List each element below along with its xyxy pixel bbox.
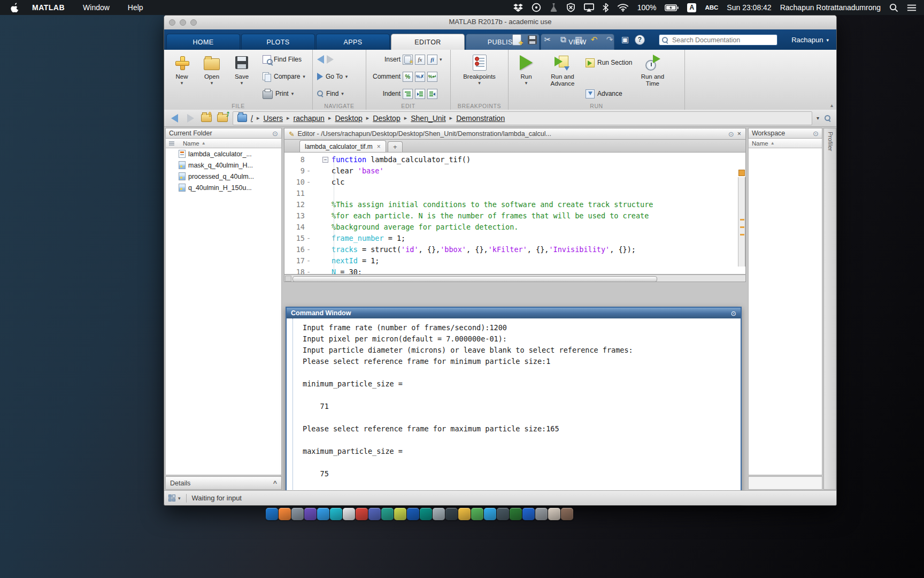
wrap-comments-icon[interactable]: %↵ [427,72,437,82]
dock-app-19-icon[interactable] [497,508,509,520]
dock-app-9-icon[interactable] [368,508,381,520]
cut-icon[interactable]: ✂ [542,34,553,45]
code-line[interactable]: 16-tracks = struct('id', {},'bbox', {},'… [284,244,738,255]
notification-center-icon[interactable] [907,2,917,13]
tab-editor[interactable]: EDITOR [391,34,465,50]
workspace-column-header[interactable]: Name ▲ [748,139,822,148]
run-section-button[interactable]: Run Section [586,57,632,68]
file-row[interactable]: q_40ulmin_H_150u... [166,182,281,193]
file-row[interactable]: processed_q_40ulm... [166,171,281,182]
path-dropdown-icon[interactable]: ▾ [817,115,819,121]
documentation-search[interactable] [659,34,777,45]
input-abc-label[interactable]: ABC [705,4,718,11]
bluetooth-icon[interactable] [603,2,609,13]
ribbon-collapse-button[interactable]: ▴ [830,102,833,108]
menubar-username[interactable]: Rachapun Rotrattanadumrong [780,3,881,12]
breadcrumb-segment[interactable]: rachapun [294,114,325,123]
code-line[interactable]: 14%background average for particle detec… [284,222,738,233]
code-line[interactable]: 15-frame_number = 1; [284,233,738,244]
layout-grid-icon[interactable] [168,495,176,502]
find-button[interactable]: Find ▾ [317,88,348,99]
search-input[interactable] [671,36,774,44]
menubar-item-help[interactable]: Help [128,3,143,12]
dock-app-8-icon[interactable] [356,508,368,520]
dock-app-7-icon[interactable] [343,508,355,520]
collapse-up-icon[interactable]: ^ [273,480,277,487]
dock-app-16-icon[interactable] [458,508,471,520]
code-line[interactable]: 13%for each particle. N is the number of… [284,210,738,222]
command-window-titlebar[interactable]: Command Window ⊙ [287,308,741,318]
dock-app-13-icon[interactable] [420,508,432,520]
adobe-cc-icon[interactable] [532,2,541,13]
save-icon[interactable] [526,34,538,45]
breadcrumb-segment[interactable]: Desktop [335,114,362,123]
dock-app-11-icon[interactable] [394,508,406,520]
workspace-header[interactable]: Workspace ⊙ [748,128,822,139]
code-line[interactable]: 8−function lambda_calculator_tif() [284,154,738,165]
duplicate-window-icon[interactable]: ▣ [619,34,631,45]
help-icon[interactable]: ? [635,35,645,45]
advance-button[interactable]: Advance [586,88,632,99]
apple-menu-icon[interactable] [10,3,19,12]
input-source-icon[interactable]: A [687,3,696,12]
editor-horizontal-scrollbar[interactable] [284,275,746,282]
up-one-level-icon[interactable]: ⇧ [201,112,212,124]
analyzer-marker[interactable] [740,219,744,220]
scroll-left-button[interactable] [285,276,291,282]
fold-minus-icon[interactable]: − [322,157,328,163]
insert-section-icon[interactable]: + [403,55,413,65]
paste-icon[interactable]: ▥ [573,34,584,45]
back-button-icon[interactable] [171,114,178,123]
tab-close-icon[interactable]: × [377,143,381,150]
dock-app-4-icon[interactable] [304,508,317,520]
smart-indent-icon[interactable] [403,89,413,99]
dock-app-18-icon[interactable] [484,508,496,520]
file-row[interactable]: mask_q_40ulmin_H... [166,159,281,171]
dock-app-21-icon[interactable] [522,508,535,520]
code-analyzer-indicator[interactable] [738,170,745,176]
tab-home[interactable]: HOME [166,34,240,50]
insert-function-icon[interactable]: fx [415,55,425,65]
dock-app-1-icon[interactable] [266,508,278,520]
run-button[interactable]: Run▾ [513,53,540,100]
compare-button[interactable]: Compare ▾ [263,71,305,82]
workspace-footer-scroll[interactable] [748,476,822,490]
breadcrumb-segment[interactable]: Shen_Unit [411,114,445,123]
undo-icon[interactable]: ↶ [588,34,600,45]
dock-app-15-icon[interactable] [445,508,458,520]
code-line[interactable]: 11 [284,188,738,199]
dock-app-23-icon[interactable] [548,508,560,520]
panel-menu-icon[interactable]: ⊙ [272,130,278,138]
scrollbar-thumb[interactable] [292,276,657,282]
browse-folder-icon[interactable]: ⤴ [217,112,228,124]
dock-app-17-icon[interactable] [471,508,483,520]
dock-app-2-icon[interactable] [279,508,291,520]
breadcrumb-segment[interactable]: / [251,114,253,123]
file-row[interactable]: lambda_calculator_... [166,148,281,159]
workspace-menu-icon[interactable]: ⊙ [813,130,819,138]
wifi-icon[interactable] [617,2,629,13]
back-arrow-icon[interactable] [317,55,324,64]
command-window-menu-icon[interactable]: ⊙ [731,309,736,317]
breadcrumb-segment[interactable]: Demonstration [456,114,505,123]
dock-app-6-icon[interactable] [330,508,342,520]
profiler-sidebar-tab[interactable]: Profiler [823,128,836,490]
code-line[interactable]: 12%This assign initial conditions to the… [284,199,738,210]
code-line[interactable]: 10-clc [284,177,738,188]
editor-vertical-scrollbar[interactable] [738,177,745,267]
details-panel-header[interactable]: Details ^ [165,476,282,490]
airplay-display-icon[interactable] [584,2,594,13]
tab-plots[interactable]: PLOTS [241,34,315,50]
new-script-icon[interactable]: + [511,34,522,45]
privacy-shield-icon[interactable] [566,2,575,13]
menubar-clock[interactable]: Sun 23:08:42 [727,3,771,12]
spotlight-search-icon[interactable] [889,2,898,13]
find-files-button[interactable]: Find Files [263,54,305,65]
open-button[interactable]: Open▾ [198,53,225,100]
editor-header[interactable]: ✎ Editor - /Users/rachapun/Desktop/Deskt… [284,128,746,140]
current-folder-column-header[interactable]: Name ▲ [165,139,282,148]
dropbox-icon[interactable] [513,2,523,13]
dock-app-12-icon[interactable] [407,508,419,520]
account-menu[interactable]: Rachapun ▾ [791,36,829,44]
current-folder-header[interactable]: Current Folder ⊙ [165,128,282,139]
